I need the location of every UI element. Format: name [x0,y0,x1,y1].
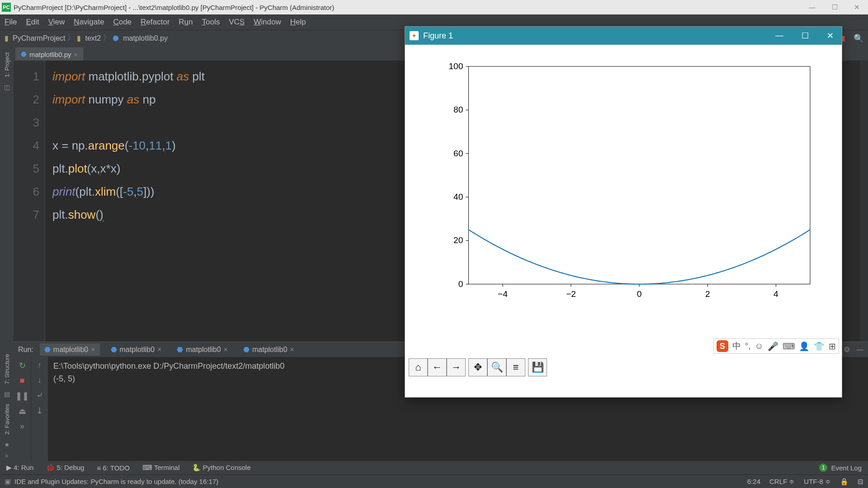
menu-file[interactable]: File [5,18,17,27]
figure-title: Figure 1 [423,31,771,41]
toolwindow-todo[interactable]: ≡ 6: TODO [97,464,129,472]
mpl-back-icon[interactable]: ← [428,358,447,376]
folder-icon: ▮ [5,34,9,42]
statusbar-menu-icon[interactable]: ▣ [5,478,11,486]
status-lineend[interactable]: CRLF ≑ [769,478,795,486]
toolwindow-eventlog[interactable]: Event Log [831,464,862,472]
mpl-configure-icon[interactable]: ≡ [506,358,525,376]
ime-emoji-icon[interactable]: ☺ [755,341,764,351]
stop-icon[interactable]: ■ [20,376,25,385]
window-titlebar: PC PyCharmProject [D:\PyCharmProject] - … [0,0,868,14]
svg-text:80: 80 [453,105,463,114]
ime-keyboard-icon[interactable]: ⌨ [783,341,795,352]
scroll-to-end-icon[interactable]: ⤓ [36,406,43,416]
ime-user-icon[interactable]: 👤 [799,341,810,352]
expand-icon[interactable]: » [5,452,9,459]
run-tab[interactable]: ⬣matplotlib0× [106,343,166,356]
close-tab-icon[interactable]: × [74,51,78,58]
editor-tab[interactable]: ⬣ matplotlib0.py × [15,47,83,61]
figure-titlebar[interactable]: ✦ Figure 1 — ☐ ✕ [405,27,842,45]
menu-window[interactable]: Window [254,18,281,27]
ime-toolbar[interactable]: S 中 °, ☺ 🎤 ⌨ 👤 👕 ⊞ [713,338,839,354]
toolwindow-debug[interactable]: 🐞 5: Debug [46,464,84,472]
menu-navigate[interactable]: Navigate [74,18,104,27]
search-icon[interactable]: 🔍 [854,33,863,43]
menu-help[interactable]: Help [290,18,306,27]
soft-wrap-icon[interactable]: ⤶ [36,390,43,400]
python-file-icon: ⬣ [21,50,27,58]
toolwindow-icon[interactable]: ◫ [4,84,10,91]
figure-minimize-icon[interactable]: — [775,31,783,41]
figure-close-icon[interactable]: ✕ [827,31,834,41]
svg-text:0: 0 [458,279,463,289]
menu-code[interactable]: Code [113,18,132,27]
toolwindow-structure[interactable]: 7: Structure [4,354,10,384]
menu-view[interactable]: View [48,18,65,27]
pause-icon[interactable]: ❚❚ [15,391,29,401]
menu-vcs[interactable]: VCS [229,18,245,27]
mpl-save-icon[interactable]: 💾 [528,358,547,376]
left-tool-strip: 1: Project ◫ 7: Structure ▤ 2: Favorites… [0,46,14,461]
event-count-badge: 1 [819,464,827,472]
chevron-right-icon: 〉 [67,33,75,43]
favorites-icon[interactable]: ★ [4,441,10,448]
status-memory-icon[interactable]: ⊟ [858,478,863,486]
status-encoding[interactable]: UTF-8 ≑ [804,478,831,486]
figure-window[interactable]: ✦ Figure 1 — ☐ ✕ 020406080100−4−2024 S 中… [405,26,842,398]
up-icon[interactable]: ↑ [38,361,42,370]
ime-punct-icon[interactable]: °, [745,341,751,351]
breadcrumb-project[interactable]: PyCharmProject [13,34,65,42]
figure-maximize-icon[interactable]: ☐ [802,31,809,41]
ime-voice-icon[interactable]: 🎤 [768,341,778,352]
toolwindow-terminal[interactable]: ⌨ Terminal [142,464,180,472]
rerun-icon[interactable]: ↻ [19,361,26,371]
structure-icon[interactable]: ▤ [4,390,10,398]
run-tab[interactable]: ⬣matplotlib0× [239,343,299,356]
menu-tools[interactable]: Tools [202,18,220,27]
ime-toolbox-icon[interactable]: ⊞ [829,341,836,352]
down-icon[interactable]: ↓ [38,375,42,385]
svg-text:100: 100 [448,62,463,71]
menu-refactor[interactable]: Refactor [141,18,170,27]
ime-lang[interactable]: 中 [732,340,741,352]
mpl-forward-icon[interactable]: → [447,358,466,376]
mpl-home-icon[interactable]: ⌂ [409,358,428,376]
minimize-icon[interactable]: — [809,3,816,11]
maximize-icon[interactable]: ☐ [832,3,838,11]
status-readonly-icon[interactable]: 🔒 [840,478,849,486]
chevron-right-icon: 〉 [103,33,110,43]
run-tab[interactable]: ⬣matplotlib0× [40,343,100,356]
sogou-logo-icon[interactable]: S [717,340,728,352]
mpl-zoom-icon[interactable]: 🔍 [487,358,506,376]
matplotlib-toolbar: ⌂ ← → ✥ 🔍 ≡ 💾 [409,358,547,376]
gear-icon[interactable]: ⚙ [844,345,850,354]
breadcrumb-file[interactable]: matplotlib0.py [123,34,168,42]
bottom-tool-strip: ▶ 4: Run 🐞 5: Debug ≡ 6: TODO ⌨ Terminal… [0,461,868,474]
line-gutter: 1 2 3 4 5 6 7 [14,61,45,342]
svg-text:2: 2 [705,289,710,299]
svg-text:40: 40 [453,192,463,202]
toolwindow-pyconsole[interactable]: 🐍 Python Console [192,464,250,472]
statusbar-message: IDE and Plugin Updates: PyCharm is ready… [14,478,218,485]
toolwindow-project[interactable]: 1: Project [4,52,10,77]
run-tab[interactable]: ⬣matplotlib0× [172,343,232,356]
status-caret-pos: 6:24 [747,478,760,485]
menu-edit[interactable]: Edit [26,18,39,27]
window-title: PyCharmProject [D:\PyCharmProject] - ...… [14,4,809,11]
close-icon[interactable]: ✕ [854,3,860,11]
ime-skin-icon[interactable]: 👕 [814,341,825,352]
status-bar: ▣ IDE and Plugin Updates: PyCharm is rea… [0,474,868,488]
toolwindow-run[interactable]: ▶ 4: Run [6,464,33,472]
svg-text:0: 0 [637,289,642,299]
run-label: Run: [18,346,33,354]
expand-icon[interactable]: » [20,422,24,431]
menu-run[interactable]: Run [179,18,193,27]
toolwindow-favorites[interactable]: 2: Favorites [4,404,10,435]
mpl-pan-icon[interactable]: ✥ [468,358,487,376]
chart-axes: 020406080100−4−2024 [441,62,815,307]
svg-text:−2: −2 [566,289,576,299]
minimize-tool-icon[interactable]: — [856,346,863,354]
editor-tab-label: matplotlib0.py [29,51,71,58]
exit-icon[interactable]: ⏏ [19,406,26,416]
breadcrumb-folder[interactable]: text2 [85,34,101,42]
